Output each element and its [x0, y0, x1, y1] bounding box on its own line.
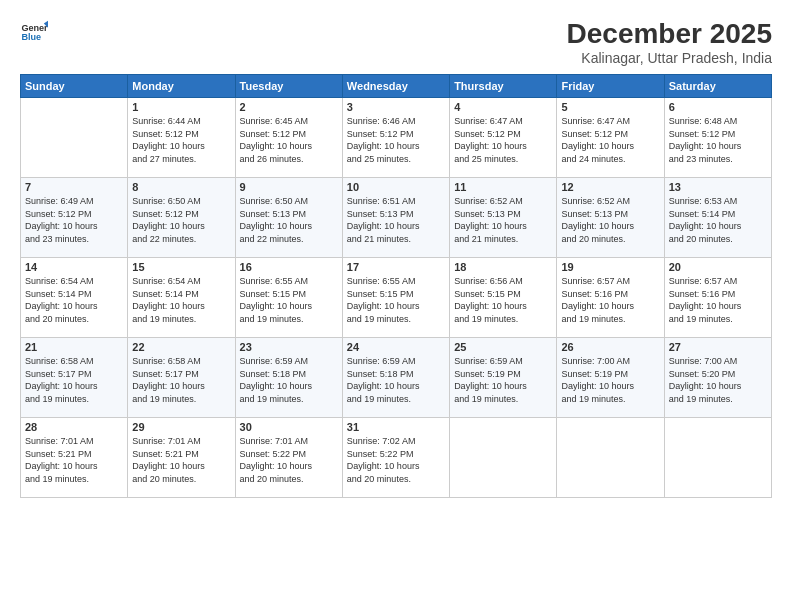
calendar-table: Sunday Monday Tuesday Wednesday Thursday…	[20, 74, 772, 498]
page: General Blue December 2025 Kalinagar, Ut…	[0, 0, 792, 612]
col-thursday: Thursday	[450, 75, 557, 98]
day-details: Sunrise: 6:59 AM Sunset: 5:19 PM Dayligh…	[454, 355, 552, 405]
location: Kalinagar, Uttar Pradesh, India	[567, 50, 772, 66]
day-cell: 17Sunrise: 6:55 AM Sunset: 5:15 PM Dayli…	[342, 258, 449, 338]
col-sunday: Sunday	[21, 75, 128, 98]
day-number: 10	[347, 181, 445, 193]
day-number: 17	[347, 261, 445, 273]
day-details: Sunrise: 6:59 AM Sunset: 5:18 PM Dayligh…	[240, 355, 338, 405]
day-details: Sunrise: 6:56 AM Sunset: 5:15 PM Dayligh…	[454, 275, 552, 325]
day-number: 24	[347, 341, 445, 353]
day-number: 1	[132, 101, 230, 113]
day-cell: 6Sunrise: 6:48 AM Sunset: 5:12 PM Daylig…	[664, 98, 771, 178]
col-friday: Friday	[557, 75, 664, 98]
day-cell	[557, 418, 664, 498]
day-cell: 14Sunrise: 6:54 AM Sunset: 5:14 PM Dayli…	[21, 258, 128, 338]
day-cell: 19Sunrise: 6:57 AM Sunset: 5:16 PM Dayli…	[557, 258, 664, 338]
col-wednesday: Wednesday	[342, 75, 449, 98]
day-cell: 21Sunrise: 6:58 AM Sunset: 5:17 PM Dayli…	[21, 338, 128, 418]
week-row-4: 21Sunrise: 6:58 AM Sunset: 5:17 PM Dayli…	[21, 338, 772, 418]
day-cell: 23Sunrise: 6:59 AM Sunset: 5:18 PM Dayli…	[235, 338, 342, 418]
day-number: 21	[25, 341, 123, 353]
day-cell: 4Sunrise: 6:47 AM Sunset: 5:12 PM Daylig…	[450, 98, 557, 178]
day-cell: 3Sunrise: 6:46 AM Sunset: 5:12 PM Daylig…	[342, 98, 449, 178]
day-details: Sunrise: 6:51 AM Sunset: 5:13 PM Dayligh…	[347, 195, 445, 245]
day-number: 20	[669, 261, 767, 273]
day-number: 29	[132, 421, 230, 433]
day-details: Sunrise: 6:52 AM Sunset: 5:13 PM Dayligh…	[561, 195, 659, 245]
day-cell: 25Sunrise: 6:59 AM Sunset: 5:19 PM Dayli…	[450, 338, 557, 418]
day-details: Sunrise: 6:47 AM Sunset: 5:12 PM Dayligh…	[561, 115, 659, 165]
day-number: 30	[240, 421, 338, 433]
day-details: Sunrise: 6:54 AM Sunset: 5:14 PM Dayligh…	[25, 275, 123, 325]
day-cell: 10Sunrise: 6:51 AM Sunset: 5:13 PM Dayli…	[342, 178, 449, 258]
svg-text:Blue: Blue	[21, 32, 41, 42]
week-row-1: 1Sunrise: 6:44 AM Sunset: 5:12 PM Daylig…	[21, 98, 772, 178]
day-cell: 29Sunrise: 7:01 AM Sunset: 5:21 PM Dayli…	[128, 418, 235, 498]
day-number: 28	[25, 421, 123, 433]
day-number: 18	[454, 261, 552, 273]
day-number: 16	[240, 261, 338, 273]
day-cell: 31Sunrise: 7:02 AM Sunset: 5:22 PM Dayli…	[342, 418, 449, 498]
day-cell: 20Sunrise: 6:57 AM Sunset: 5:16 PM Dayli…	[664, 258, 771, 338]
col-saturday: Saturday	[664, 75, 771, 98]
day-number: 25	[454, 341, 552, 353]
day-cell: 16Sunrise: 6:55 AM Sunset: 5:15 PM Dayli…	[235, 258, 342, 338]
day-cell: 18Sunrise: 6:56 AM Sunset: 5:15 PM Dayli…	[450, 258, 557, 338]
month-title: December 2025	[567, 18, 772, 50]
day-cell: 2Sunrise: 6:45 AM Sunset: 5:12 PM Daylig…	[235, 98, 342, 178]
day-number: 11	[454, 181, 552, 193]
day-number: 23	[240, 341, 338, 353]
header: General Blue December 2025 Kalinagar, Ut…	[20, 18, 772, 66]
day-number: 26	[561, 341, 659, 353]
day-details: Sunrise: 6:57 AM Sunset: 5:16 PM Dayligh…	[561, 275, 659, 325]
day-cell: 26Sunrise: 7:00 AM Sunset: 5:19 PM Dayli…	[557, 338, 664, 418]
day-number: 2	[240, 101, 338, 113]
week-row-2: 7Sunrise: 6:49 AM Sunset: 5:12 PM Daylig…	[21, 178, 772, 258]
day-number: 4	[454, 101, 552, 113]
logo: General Blue	[20, 18, 48, 46]
day-number: 3	[347, 101, 445, 113]
logo-icon: General Blue	[20, 18, 48, 46]
day-details: Sunrise: 6:55 AM Sunset: 5:15 PM Dayligh…	[240, 275, 338, 325]
day-cell: 1Sunrise: 6:44 AM Sunset: 5:12 PM Daylig…	[128, 98, 235, 178]
day-cell: 8Sunrise: 6:50 AM Sunset: 5:12 PM Daylig…	[128, 178, 235, 258]
day-number: 13	[669, 181, 767, 193]
day-cell: 7Sunrise: 6:49 AM Sunset: 5:12 PM Daylig…	[21, 178, 128, 258]
day-details: Sunrise: 7:01 AM Sunset: 5:21 PM Dayligh…	[25, 435, 123, 485]
day-number: 22	[132, 341, 230, 353]
day-cell: 15Sunrise: 6:54 AM Sunset: 5:14 PM Dayli…	[128, 258, 235, 338]
day-details: Sunrise: 7:00 AM Sunset: 5:19 PM Dayligh…	[561, 355, 659, 405]
day-number: 8	[132, 181, 230, 193]
title-block: December 2025 Kalinagar, Uttar Pradesh, …	[567, 18, 772, 66]
svg-text:General: General	[21, 23, 48, 33]
day-cell: 24Sunrise: 6:59 AM Sunset: 5:18 PM Dayli…	[342, 338, 449, 418]
day-details: Sunrise: 7:01 AM Sunset: 5:22 PM Dayligh…	[240, 435, 338, 485]
day-cell: 11Sunrise: 6:52 AM Sunset: 5:13 PM Dayli…	[450, 178, 557, 258]
day-details: Sunrise: 6:44 AM Sunset: 5:12 PM Dayligh…	[132, 115, 230, 165]
day-details: Sunrise: 6:48 AM Sunset: 5:12 PM Dayligh…	[669, 115, 767, 165]
day-details: Sunrise: 6:50 AM Sunset: 5:12 PM Dayligh…	[132, 195, 230, 245]
day-cell: 27Sunrise: 7:00 AM Sunset: 5:20 PM Dayli…	[664, 338, 771, 418]
day-details: Sunrise: 6:52 AM Sunset: 5:13 PM Dayligh…	[454, 195, 552, 245]
day-cell	[21, 98, 128, 178]
header-row: Sunday Monday Tuesday Wednesday Thursday…	[21, 75, 772, 98]
day-cell: 30Sunrise: 7:01 AM Sunset: 5:22 PM Dayli…	[235, 418, 342, 498]
day-details: Sunrise: 7:01 AM Sunset: 5:21 PM Dayligh…	[132, 435, 230, 485]
day-details: Sunrise: 6:54 AM Sunset: 5:14 PM Dayligh…	[132, 275, 230, 325]
day-cell: 22Sunrise: 6:58 AM Sunset: 5:17 PM Dayli…	[128, 338, 235, 418]
day-number: 9	[240, 181, 338, 193]
day-details: Sunrise: 7:02 AM Sunset: 5:22 PM Dayligh…	[347, 435, 445, 485]
day-number: 31	[347, 421, 445, 433]
week-row-3: 14Sunrise: 6:54 AM Sunset: 5:14 PM Dayli…	[21, 258, 772, 338]
day-details: Sunrise: 6:47 AM Sunset: 5:12 PM Dayligh…	[454, 115, 552, 165]
day-number: 7	[25, 181, 123, 193]
day-details: Sunrise: 6:53 AM Sunset: 5:14 PM Dayligh…	[669, 195, 767, 245]
day-cell: 13Sunrise: 6:53 AM Sunset: 5:14 PM Dayli…	[664, 178, 771, 258]
day-number: 19	[561, 261, 659, 273]
day-details: Sunrise: 6:46 AM Sunset: 5:12 PM Dayligh…	[347, 115, 445, 165]
day-cell: 5Sunrise: 6:47 AM Sunset: 5:12 PM Daylig…	[557, 98, 664, 178]
day-number: 6	[669, 101, 767, 113]
day-details: Sunrise: 6:50 AM Sunset: 5:13 PM Dayligh…	[240, 195, 338, 245]
week-row-5: 28Sunrise: 7:01 AM Sunset: 5:21 PM Dayli…	[21, 418, 772, 498]
